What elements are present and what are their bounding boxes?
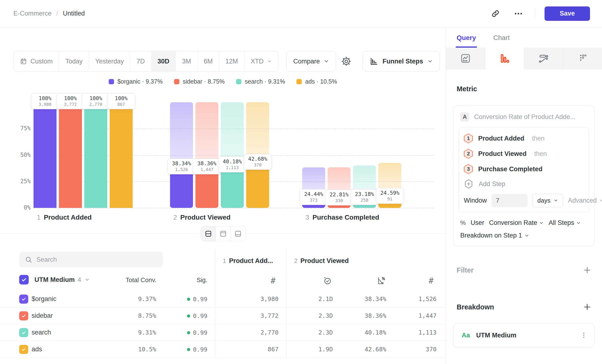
funnel-step-label-3: 3Purchase Completed xyxy=(306,214,379,221)
bar-count: 330 xyxy=(326,198,352,203)
legend-item-ads[interactable]: ads · 10.5% xyxy=(296,78,337,85)
search-input[interactable] xyxy=(36,256,157,263)
bar-count: 258 xyxy=(352,198,377,203)
funnel-bar[interactable] xyxy=(59,102,82,208)
table-header-row: UTM Medium 4 xyxy=(0,273,207,286)
row-step2-count: 1,113 xyxy=(386,329,437,336)
more-menu-button[interactable] xyxy=(512,7,525,20)
advanced-label: Advanced xyxy=(568,197,597,204)
measure-entity[interactable]: User xyxy=(471,219,484,226)
sig-dot-icon xyxy=(187,348,190,351)
table-search xyxy=(19,252,163,267)
query-step-2[interactable]: 2Product Viewedthen xyxy=(464,146,584,161)
breadcrumb-project[interactable]: E-Commerce xyxy=(13,10,52,17)
report-title[interactable]: Untitled xyxy=(63,10,85,17)
count-column-icon[interactable]: # xyxy=(271,275,275,286)
count-column-icon[interactable]: # xyxy=(429,275,433,286)
add-step-button[interactable]: Add Step xyxy=(464,177,584,191)
metric-section-heading: Metric xyxy=(457,85,592,93)
date-range-6m[interactable]: 6M xyxy=(198,52,219,71)
date-range-xtd[interactable]: XTD xyxy=(245,52,278,71)
step-number: 1 xyxy=(223,257,226,265)
check-icon xyxy=(21,330,26,335)
step-badge-number: 3 xyxy=(464,164,473,174)
tab-insights[interactable] xyxy=(446,48,485,69)
tab-funnels[interactable] xyxy=(485,48,524,69)
row-time-to-convert: 1.9D xyxy=(279,346,333,353)
row-name: sidebar xyxy=(32,312,113,320)
save-button[interactable]: Save xyxy=(545,6,590,21)
funnel-bar[interactable] xyxy=(33,102,56,208)
time-to-convert-column-icon[interactable] xyxy=(323,275,332,286)
sig-number: 0.99 xyxy=(193,346,207,353)
chevron-down-icon[interactable] xyxy=(85,277,90,282)
chart-type-selector[interactable]: Funnel Steps xyxy=(363,51,440,71)
funnel-bar[interactable] xyxy=(84,102,107,208)
add-filter-button[interactable] xyxy=(582,265,592,275)
window-unit-dropdown[interactable]: days xyxy=(532,194,563,207)
row-checkbox[interactable] xyxy=(19,311,28,321)
legend-item-sidebar[interactable]: sidebar · 8.75% xyxy=(174,78,225,85)
row-step1-count: 2,770 xyxy=(207,329,279,336)
row-checkbox[interactable] xyxy=(19,345,28,354)
breakdown-item-utm-medium[interactable]: Aa UTM Medium xyxy=(453,323,594,347)
date-range-7d[interactable]: 7D xyxy=(130,52,151,71)
compare-button[interactable]: Compare xyxy=(286,51,336,71)
row-checkbox[interactable] xyxy=(19,328,28,337)
bar-count: 3,980 xyxy=(32,102,58,107)
date-range-yesterday[interactable]: Yesterday xyxy=(89,52,130,71)
sig-header[interactable]: Sig. xyxy=(183,276,207,284)
gear-icon xyxy=(341,56,352,67)
breakdown-on-step-dropdown[interactable]: Breakdown on Step 1 xyxy=(459,232,589,241)
chart-settings-button[interactable] xyxy=(340,55,353,68)
row-checkbox[interactable] xyxy=(19,295,28,304)
tab-query[interactable]: Query xyxy=(457,34,476,48)
breakdown-heading: Breakdown xyxy=(457,303,494,311)
advanced-dropdown[interactable]: Advanced xyxy=(568,197,602,204)
plus-icon xyxy=(583,266,591,274)
layout-split-button[interactable] xyxy=(201,226,216,241)
steps-scope-dropdown[interactable]: All Steps xyxy=(548,219,581,226)
legend-item-organic[interactable]: $organic · 9.37% xyxy=(109,78,162,85)
chevron-down-icon xyxy=(576,221,581,225)
table-row-sidebar: sidebar8.75%0.993,7722.3D38.36%1,447 xyxy=(0,308,446,324)
date-range-today[interactable]: Today xyxy=(59,52,89,71)
measure-metric-dropdown[interactable]: Conversion Rate xyxy=(489,219,544,226)
metric-header[interactable]: A Conversion Rate of Product Adde... xyxy=(459,111,589,122)
share-link-button[interactable] xyxy=(489,7,502,20)
range-label: XTD xyxy=(251,58,264,65)
window-value-input[interactable] xyxy=(492,194,527,207)
funnel-bar[interactable] xyxy=(110,102,133,208)
date-range-3m[interactable]: 3M xyxy=(176,52,198,71)
query-step-3[interactable]: 3Purchase Completed xyxy=(464,161,584,177)
add-breakdown-button[interactable] xyxy=(582,302,592,312)
layout-top-icon xyxy=(219,230,227,237)
check-icon xyxy=(21,347,26,352)
breakdown-column-header[interactable]: UTM Medium xyxy=(34,276,75,284)
date-range-30d[interactable]: 30D xyxy=(151,52,176,71)
tab-flows[interactable] xyxy=(524,48,563,69)
select-all-checkbox[interactable] xyxy=(19,275,29,285)
row-total-conv: 8.75% xyxy=(113,312,156,319)
tab-chart[interactable]: Chart xyxy=(493,34,510,48)
total-conv-header[interactable]: Total Conv. xyxy=(123,276,156,284)
layout-bottom-button[interactable] xyxy=(231,226,246,241)
sig-number: 0.99 xyxy=(193,296,207,303)
sig-value: 0.99 xyxy=(187,296,207,303)
conversion-rate-column-icon[interactable] xyxy=(376,275,387,286)
date-range-custom[interactable]: Custom xyxy=(14,52,59,71)
query-step-1[interactable]: 1Product Addedthen xyxy=(464,131,584,146)
legend-item-search[interactable]: search · 9.31% xyxy=(236,78,285,85)
tab-retention[interactable] xyxy=(563,48,602,69)
row-sig: 0.99 xyxy=(156,346,207,353)
row-conv-rate: 38.34% xyxy=(333,296,386,302)
kebab-menu-icon[interactable] xyxy=(580,331,588,339)
date-range-12m[interactable]: 12M xyxy=(219,52,245,71)
layout-top-button[interactable] xyxy=(216,226,231,241)
query-step-name: Purchase Completed xyxy=(478,165,543,173)
row-step1-count: 3,772 xyxy=(207,312,279,319)
measure-metric-label: Conversion Rate xyxy=(489,219,537,226)
row-sig: 0.99 xyxy=(156,295,207,303)
bar-value-label: 100%3,980 xyxy=(31,93,59,109)
row-name: $organic xyxy=(32,295,113,303)
